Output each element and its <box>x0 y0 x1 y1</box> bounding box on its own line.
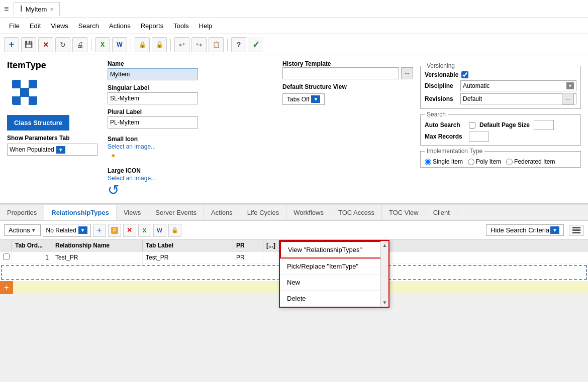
row-check <box>0 251 12 264</box>
versioning-fieldset: Versioning Versionable Discipline Automa… <box>420 62 581 109</box>
main-content: ItemType Class Structure Show Parameters… <box>0 55 588 204</box>
impl-type-row: Single Item Poly Item Federated Item <box>425 158 576 165</box>
class-structure-button[interactable]: Class Structure <box>7 115 69 131</box>
tab-workflows[interactable]: Workflows <box>286 205 331 220</box>
menu-view-relationship-types[interactable]: View "RelationshipTypes" <box>280 241 388 259</box>
federated-item-radio[interactable] <box>506 159 513 165</box>
versionable-checkbox[interactable] <box>461 71 468 78</box>
actions-button[interactable]: Actions ▼ <box>4 224 41 236</box>
check-button[interactable]: ✓ <box>248 37 263 52</box>
tab-life-cycles[interactable]: Life Cycles <box>240 205 287 220</box>
unlock-button[interactable]: 🔓 <box>152 37 167 52</box>
tab-relationship-types[interactable]: RelationshipTypes <box>44 204 117 220</box>
show-params-dropdown[interactable]: When Populated ▼ <box>7 144 97 156</box>
poly-item-radio-label[interactable]: Poly Item <box>468 158 501 165</box>
dsv-value: Tabs Off <box>287 96 309 103</box>
discipline-value: Automatic <box>463 82 489 89</box>
new-button[interactable]: + <box>4 37 19 52</box>
dsv-dropdown[interactable]: Tabs Off ▼ <box>282 93 325 105</box>
menu-pick-replace[interactable]: Pick/Replace "ItemType" <box>280 259 388 275</box>
hide-search-button[interactable]: Hide Search Criteria ▼ <box>486 224 564 236</box>
tab-properties[interactable]: Properties <box>0 205 44 220</box>
versionable-row: Versionable <box>425 71 576 78</box>
history-template-ellipsis[interactable]: ··· <box>401 67 413 79</box>
row-tab-order: 1 <box>12 252 52 263</box>
tab-views[interactable]: Views <box>117 205 148 220</box>
tab-client[interactable]: Client <box>426 205 457 220</box>
save-button[interactable]: 💾 <box>21 37 36 52</box>
singular-input[interactable] <box>108 92 198 104</box>
auto-search-checkbox[interactable] <box>469 122 475 129</box>
hamburger-menu[interactable]: ≡ <box>4 5 9 14</box>
name-input[interactable] <box>108 68 198 80</box>
tab-actions[interactable]: Actions <box>204 205 240 220</box>
pick-button[interactable]: P <box>108 224 121 237</box>
app-title: MyItem <box>26 6 47 13</box>
row-pr: PR <box>233 252 263 263</box>
plural-field-row: Plural Label <box>108 108 272 129</box>
menu-actions[interactable]: Actions <box>104 20 136 32</box>
default-page-size-input[interactable] <box>534 120 554 130</box>
word-button[interactable]: W <box>112 37 127 52</box>
discipline-dropdown[interactable]: Automatic ▼ <box>460 80 576 91</box>
bottom-tabs: Properties RelationshipTypes Views Serve… <box>0 204 588 221</box>
revisions-dropdown[interactable]: Default ··· <box>460 93 576 104</box>
menu-help[interactable]: Help <box>194 20 218 32</box>
scroll-up-arrow[interactable]: ▲ <box>381 241 389 249</box>
discipline-row: Discipline Automatic ▼ <box>425 80 576 91</box>
menu-views[interactable]: Views <box>46 20 73 32</box>
scroll-down-arrow[interactable]: ▼ <box>381 298 389 307</box>
copy-button[interactable]: 📋 <box>209 37 224 52</box>
toolbar-sep-2 <box>131 39 131 51</box>
grid-options-button[interactable] <box>569 225 584 236</box>
history-template-input[interactable] <box>282 67 399 79</box>
menu-delete[interactable]: Delete <box>280 291 388 307</box>
menu-file[interactable]: File <box>4 20 25 32</box>
svg-rect-8 <box>572 229 580 231</box>
print-button[interactable]: 🖨 <box>72 37 87 52</box>
header-relationship-name: Relationship Name <box>52 240 143 251</box>
delete-row-button[interactable]: ✕ <box>123 224 136 237</box>
left-panel: ItemType Class Structure Show Parameters… <box>7 60 97 198</box>
max-records-input[interactable] <box>469 132 489 142</box>
singular-label: Singular Label <box>108 84 272 91</box>
help-button[interactable]: ? <box>231 37 246 52</box>
tab-toc-view[interactable]: TOC View <box>382 205 426 220</box>
small-icon-link[interactable]: Select an image... <box>108 143 156 150</box>
delete-button[interactable]: ✕ <box>38 37 53 52</box>
name-label: Name <box>108 60 272 67</box>
app-tab[interactable]: I MyItem × <box>14 2 60 16</box>
tab-toc-access[interactable]: TOC Access <box>331 205 382 220</box>
menu-new[interactable]: New <box>280 275 388 291</box>
tab-server-events[interactable]: Server Events <box>148 205 204 220</box>
single-item-radio-label[interactable]: Single Item <box>425 158 463 165</box>
undo-button[interactable]: ↩ <box>174 37 189 52</box>
poly-item-radio[interactable] <box>468 159 474 165</box>
versioning-legend: Versioning <box>425 62 457 69</box>
export-excel-button[interactable]: X <box>138 224 151 237</box>
single-item-radio[interactable] <box>425 159 431 165</box>
add-row-button[interactable]: + <box>93 224 106 237</box>
show-params-value: When Populated <box>10 146 54 153</box>
lock-button[interactable]: 🔒 <box>135 37 150 52</box>
revisions-ellipsis[interactable]: ··· <box>562 93 574 105</box>
menu-tools[interactable]: Tools <box>168 20 193 32</box>
lock-row-button[interactable]: 🔒 <box>168 224 181 237</box>
redo-button[interactable]: ↩ <box>191 37 207 52</box>
large-icon-link[interactable]: Select an image... <box>108 175 156 182</box>
close-tab-button[interactable]: × <box>50 6 53 12</box>
add-row-icon[interactable]: + <box>0 281 13 294</box>
menu-reports[interactable]: Reports <box>136 20 169 32</box>
refresh-button[interactable]: ↻ <box>55 37 70 52</box>
plural-input[interactable] <box>108 116 198 129</box>
excel-button[interactable]: X <box>95 37 110 52</box>
row-checkbox[interactable] <box>3 253 10 260</box>
history-template-label: History Template <box>282 60 413 67</box>
menu-edit[interactable]: Edit <box>25 20 46 32</box>
federated-item-radio-label[interactable]: Federated Item <box>506 158 555 165</box>
no-related-select[interactable]: No Related ▼ <box>43 224 91 237</box>
row-tab-label: Test_PR <box>143 252 233 263</box>
default-page-size-label: Default Page Size <box>479 121 530 129</box>
export-word-button[interactable]: W <box>153 224 166 237</box>
menu-search[interactable]: Search <box>73 20 104 32</box>
